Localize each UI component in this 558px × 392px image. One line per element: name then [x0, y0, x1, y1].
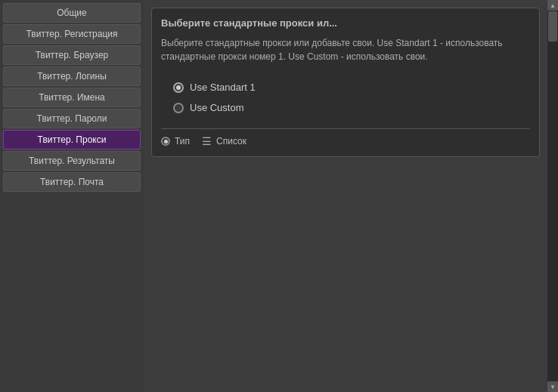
radio-option-standart1[interactable]: Use Standart 1 [173, 82, 518, 93]
panel-footer: Тип ☰ Список [161, 128, 530, 147]
sidebar: ОбщиеТвиттер. РегистрацияТвиттер. Браузе… [0, 0, 144, 392]
footer-list-option[interactable]: ☰ Список [202, 135, 246, 147]
sidebar-item-twitter-proxies[interactable]: Твиттер. Прокси [3, 130, 141, 150]
list-icon: ☰ [202, 135, 212, 147]
footer-type-label: Тип [175, 136, 190, 147]
radio-custom-circle[interactable] [173, 103, 184, 113]
content-area: Выберите стандартные прокси ил... Выбери… [144, 0, 547, 392]
sidebar-item-twitter-names[interactable]: Твиттер. Имена [3, 88, 141, 107]
scroll-down-arrow[interactable]: ▼ [547, 381, 558, 392]
sidebar-item-twitter-logins[interactable]: Твиттер. Логины [3, 66, 141, 86]
scrollbar-track[interactable] [547, 11, 558, 381]
footer-list-label: Список [216, 136, 246, 147]
radio-standart1-circle[interactable] [173, 82, 184, 93]
sidebar-item-twitter-results[interactable]: Твиттер. Результаты [3, 151, 141, 171]
sidebar-item-twitter-passwords[interactable]: Твиттер. Пароли [3, 109, 141, 128]
panel-title: Выберите стандартные прокси ил... [161, 17, 530, 29]
scrollbar-thumb[interactable] [548, 11, 557, 42]
sidebar-item-twitter-registration[interactable]: Твиттер. Регистрация [3, 24, 141, 44]
proxy-panel: Выберите стандартные прокси ил... Выбери… [151, 8, 540, 157]
sidebar-item-twitter-browser[interactable]: Твиттер. Браузер [3, 45, 141, 65]
radio-standart1-label: Use Standart 1 [190, 82, 256, 93]
radio-group: Use Standart 1 Use Custom [161, 76, 530, 119]
sidebar-item-twitter-mail[interactable]: Твиттер. Почта [3, 172, 141, 192]
scrollbar: ▲ ▼ [547, 0, 558, 392]
panel-description: Выберите стандартные прокси или добавьте… [161, 36, 530, 63]
scroll-up-arrow[interactable]: ▲ [547, 0, 558, 11]
radio-option-custom[interactable]: Use Custom [173, 102, 518, 113]
sidebar-item-general[interactable]: Общие [3, 3, 141, 23]
radio-custom-label: Use Custom [190, 102, 244, 113]
footer-type-radio[interactable] [161, 137, 170, 146]
footer-type-option[interactable]: Тип [161, 136, 190, 147]
